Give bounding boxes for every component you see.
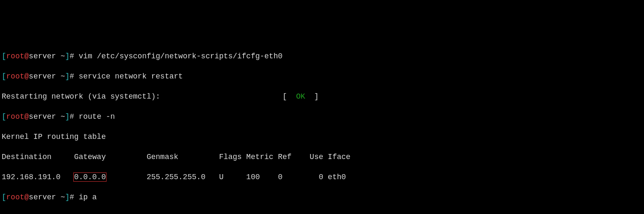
cell-iface: eth0 xyxy=(328,173,346,181)
col-destination: Destination xyxy=(2,153,52,161)
status-ok: OK xyxy=(296,92,305,101)
cell-flags: U xyxy=(219,173,224,181)
command-service-restart: service network restart xyxy=(79,72,183,81)
command-vim: vim /etc/sysconfig/network-scripts/ifcfg… xyxy=(79,52,283,60)
prompt-path: ~ xyxy=(56,52,65,60)
prompt-at: @ xyxy=(24,52,29,60)
route-title: Kernel IP routing table xyxy=(2,132,642,142)
cell-genmask: 255.255.255.0 xyxy=(147,173,205,181)
col-gateway: Gateway xyxy=(74,153,106,161)
col-genmask: Genmask xyxy=(147,153,179,161)
prompt-line: [root@server ~]# ip a xyxy=(2,192,642,202)
prompt-line: [root@server ~]# vim /etc/sysconfig/netw… xyxy=(2,51,642,61)
col-use: Use xyxy=(310,153,323,161)
status-bracket-close: ] xyxy=(305,92,319,101)
col-ref: Ref xyxy=(278,153,291,161)
bracket-open: [ xyxy=(2,52,6,60)
cell-destination: 192.168.191.0 xyxy=(2,173,60,181)
route-row: 192.168.191.0 0.0.0.0 255.255.255.0 U 10… xyxy=(2,172,642,182)
cell-use: 0 xyxy=(319,173,323,181)
prompt-line: [root@server ~]# service network restart xyxy=(2,71,642,81)
bracket-close: ] xyxy=(65,52,70,60)
prompt-user: root xyxy=(6,52,24,60)
prompt-host: server xyxy=(29,52,56,60)
terminal-output[interactable]: [root@server ~]# vim /etc/sysconfig/netw… xyxy=(2,41,642,214)
prompt-hash: # xyxy=(70,52,79,60)
command-ip-a: ip a xyxy=(79,193,97,201)
command-route: route -n xyxy=(79,112,115,121)
highlight-gateway: 0.0.0.0 xyxy=(73,172,107,182)
col-flags: Flags xyxy=(219,153,242,161)
status-bracket-open: [ xyxy=(283,92,296,101)
route-header: Destination Gateway Genmask Flags Metric… xyxy=(2,152,642,162)
col-metric: Metric xyxy=(246,153,273,161)
restart-status-line: Restarting network (via systemctl): [ OK… xyxy=(2,91,642,102)
restart-msg: Restarting network (via systemctl): xyxy=(2,92,160,101)
ip-output-line: 1: lo: <LOOPBACK,UP,LOWER_UP> mtu 65536 … xyxy=(2,212,642,214)
cell-ref: 0 xyxy=(278,173,283,181)
prompt-line: [root@server ~]# route -n xyxy=(2,112,642,122)
cell-metric: 100 xyxy=(246,173,260,181)
col-iface: Iface xyxy=(328,153,351,161)
